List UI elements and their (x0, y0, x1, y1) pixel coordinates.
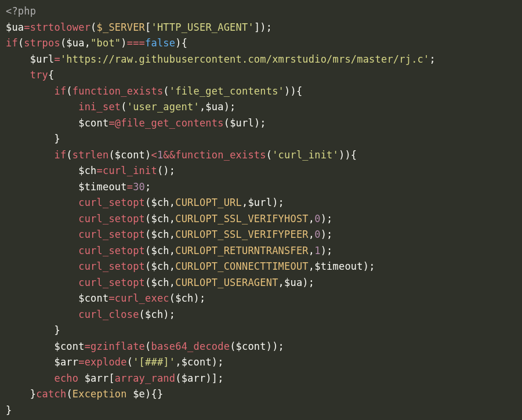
fn-array-rand: array_rand (115, 372, 175, 384)
superglobal-server: $_SERVER (97, 21, 145, 33)
fn-ini-set: ini_set (78, 101, 121, 113)
const-curlopt-connecttimeout: CURLOPT_CONNECTTIMEOUT (175, 260, 309, 272)
const-curlopt-url: CURLOPT_URL (175, 197, 242, 208)
kw-if: if (6, 37, 18, 49)
fn-curl-exec: curl_exec (115, 292, 169, 304)
fn-curl-setopt: curl_setopt (78, 197, 145, 208)
var-url: $url (30, 53, 55, 65)
const-curlopt-returntransfer: CURLOPT_RETURNTRANSFER (175, 245, 309, 256)
fn-strlen: strlen (72, 149, 109, 161)
fn-strpos: strpos (24, 37, 60, 49)
const-curlopt-ssl-verifypeer: CURLOPT_SSL_VERIFYPEER (175, 229, 309, 240)
fn-function-exists: function_exists (72, 85, 164, 97)
class-exception: Exception (72, 388, 127, 400)
var-ch: $ch (78, 165, 96, 176)
var-arr: $arr (54, 356, 78, 368)
var-cont: $cont (78, 117, 108, 129)
const-curlopt-useragent: CURLOPT_USERAGENT (175, 277, 278, 288)
bool-false: false (145, 37, 175, 49)
kw-try: try (30, 69, 48, 81)
kw-echo: echo (54, 372, 78, 384)
var-timeout: $timeout (78, 181, 126, 193)
fn-strtolower: strtolower (30, 21, 90, 33)
fn-curl-close: curl_close (78, 309, 139, 320)
str-http-user-agent: 'HTTP_USER_AGENT' (151, 21, 253, 33)
str-url: 'https://raw.githubusercontent.com/xmrst… (60, 53, 430, 65)
fn-curl-init: curl_init (103, 165, 157, 176)
fn-base64-decode: base64_decode (151, 341, 230, 352)
var-ua: $ua (6, 21, 24, 33)
fn-explode: explode (85, 356, 127, 368)
code-block: <?php $ua=strtolower($_SERVER['HTTP_USER… (0, 0, 522, 420)
kw-catch: catch (36, 388, 66, 400)
php-open-tag: <?php (6, 5, 36, 17)
fn-file-get-contents: file_get_contents (121, 117, 223, 129)
fn-gzinflate: gzinflate (90, 341, 145, 352)
const-curlopt-ssl-verifyhost: CURLOPT_SSL_VERIFYHOST (175, 213, 309, 225)
